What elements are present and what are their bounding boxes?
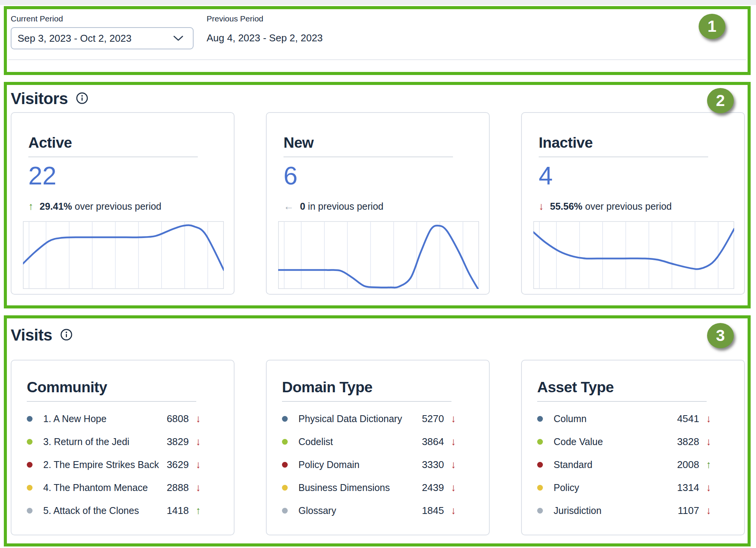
trend-arrow-icon: ↓ <box>706 483 712 493</box>
active-delta: ↑ 29.41% over previous period <box>28 201 222 212</box>
series-dot <box>537 462 543 468</box>
visitors-section-header: Visitors <box>7 85 748 108</box>
chevron-down-icon <box>173 33 184 44</box>
list-row: Codelist 3864 ↓ <box>267 430 489 453</box>
annotation-badge-1: 1 <box>699 14 725 39</box>
trend-arrow-icon: ↓ <box>451 460 456 470</box>
trend-arrow-icon: ↑ <box>196 506 201 516</box>
community-list: 1. A New Hope 6808 ↓ 3. Return of the Je… <box>11 407 234 522</box>
info-icon[interactable] <box>76 92 88 106</box>
inactive-delta: ↓ 55.56% over previous period <box>539 201 733 212</box>
current-period-select[interactable]: Sep 3, 2023 - Oct 2, 2023 <box>11 27 194 49</box>
visits-section-title: Visits <box>11 326 52 344</box>
series-dot <box>282 508 288 514</box>
row-label: Policy Domain <box>298 459 422 470</box>
series-dot <box>537 439 543 445</box>
current-period-label: Current Period <box>11 14 194 24</box>
trend-arrow-icon: ↑ <box>706 460 712 470</box>
trend-arrow-icon: ↓ <box>196 437 201 447</box>
list-row: Standard 2008 ↑ <box>522 453 744 476</box>
new-delta: ← 0 in previous period <box>284 201 477 212</box>
inactive-sparkline-chart <box>533 221 734 289</box>
info-icon[interactable] <box>60 329 72 342</box>
active-count: 22 <box>28 162 222 189</box>
annotation-box-2: 2 Visitors Active 22 ↑ 29.41% over previ… <box>4 82 751 308</box>
previous-period-field: Previous Period Aug 4, 2023 - Sep 2, 202… <box>207 14 323 49</box>
trend-down-icon: ↓ <box>539 201 544 212</box>
trend-arrow-icon: ↓ <box>451 414 456 424</box>
row-value: 3330 <box>422 459 444 471</box>
card-title: Domain Type <box>282 379 489 396</box>
row-label: 1. A New Hope <box>43 413 167 424</box>
list-row: Code Value 3828 ↓ <box>522 430 744 453</box>
previous-period-value: Aug 4, 2023 - Sep 2, 2023 <box>207 32 323 44</box>
trend-arrow-icon: ↓ <box>451 506 456 516</box>
series-dot <box>27 439 33 445</box>
row-label: Policy <box>554 482 677 493</box>
row-value: 1107 <box>678 505 699 517</box>
row-label: Standard <box>554 459 677 470</box>
row-label: 5. Attack of the Clones <box>43 505 167 516</box>
divider <box>28 157 198 157</box>
row-value: 4541 <box>677 413 699 425</box>
trend-flat-icon: ← <box>284 201 294 212</box>
divider <box>27 401 196 402</box>
divider <box>539 157 708 157</box>
visitors-section-title: Visitors <box>11 90 68 108</box>
series-dot <box>282 462 288 468</box>
list-row: 5. Attack of the Clones 1418 ↑ <box>11 499 234 522</box>
visits-card-community: Community 1. A New Hope 6808 ↓ 3. Return… <box>11 360 235 535</box>
row-label: Business Dimensions <box>298 482 422 493</box>
row-value: 3629 <box>167 459 189 471</box>
list-row: Physical Data Dictionary 5270 ↓ <box>267 407 489 430</box>
visitor-card-new: New 6 ← 0 in previous period <box>266 112 490 295</box>
row-value: 6808 <box>167 413 189 425</box>
card-title: New <box>284 134 477 151</box>
delta-text: 55.56% over previous period <box>550 201 672 212</box>
list-row: Policy Domain 3330 ↓ <box>267 453 489 476</box>
inactive-count: 4 <box>539 162 733 189</box>
row-value: 3828 <box>677 436 699 448</box>
trend-arrow-icon: ↓ <box>196 414 201 424</box>
row-label: 3. Return of the Jedi <box>43 436 167 447</box>
current-period-field: Current Period Sep 3, 2023 - Oct 2, 2023 <box>11 14 194 49</box>
annotation-box-3: 3 Visits Community 1. A New Hope 6808 ↓ <box>4 315 751 546</box>
list-row: 1. A New Hope 6808 ↓ <box>11 407 234 430</box>
row-value: 2888 <box>167 482 189 494</box>
divider <box>284 157 453 157</box>
visitor-card-active: Active 22 ↑ 29.41% over previous period <box>11 112 235 295</box>
visits-section-header: Visits <box>7 318 748 344</box>
row-value: 3829 <box>167 436 189 448</box>
divider <box>282 401 451 402</box>
list-row: Policy 1314 ↓ <box>522 476 744 499</box>
card-title: Community <box>27 379 234 396</box>
row-label: Code Value <box>554 436 677 447</box>
top-edge-strip <box>0 0 756 5</box>
current-period-value: Sep 3, 2023 - Oct 2, 2023 <box>18 33 132 44</box>
card-title: Inactive <box>539 134 733 151</box>
series-dot <box>537 485 543 491</box>
row-value: 3864 <box>422 436 444 448</box>
delta-text: 0 in previous period <box>300 201 383 212</box>
visits-card-asset-type: Asset Type Column 4541 ↓ Code Value 3828… <box>521 360 745 535</box>
new-count: 6 <box>284 162 477 189</box>
previous-period-label: Previous Period <box>207 14 323 24</box>
list-row: 4. The Phantom Menace 2888 ↓ <box>11 476 234 499</box>
row-label: 2. The Empire Strikes Back <box>43 459 167 470</box>
trend-arrow-icon: ↓ <box>706 506 712 516</box>
list-row: Column 4541 ↓ <box>522 407 744 430</box>
trend-arrow-icon: ↓ <box>451 483 456 493</box>
active-sparkline-chart <box>23 221 224 289</box>
visitor-card-inactive: Inactive 4 ↓ 55.56% over previous period <box>521 112 745 295</box>
series-dot <box>27 416 33 422</box>
row-label: 4. The Phantom Menace <box>43 482 167 493</box>
trend-arrow-icon: ↓ <box>706 437 712 447</box>
annotation-box-1: 1 Current Period Sep 3, 2023 - Oct 2, 20… <box>4 6 751 75</box>
series-dot <box>282 416 288 422</box>
series-dot <box>27 485 33 491</box>
row-value: 5270 <box>422 413 444 425</box>
trend-arrow-icon: ↓ <box>706 414 712 424</box>
trend-arrow-icon: ↓ <box>451 437 456 447</box>
row-value: 1314 <box>677 482 699 494</box>
row-label: Column <box>554 413 677 424</box>
